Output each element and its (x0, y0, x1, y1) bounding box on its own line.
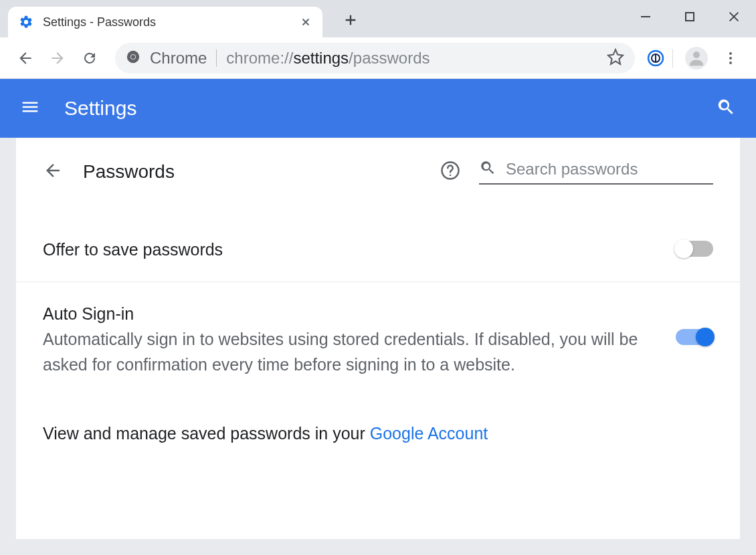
omnibox-url: chrome://settings/passwords (226, 49, 430, 68)
new-tab-button[interactable] (337, 7, 364, 33)
svg-rect-1 (686, 13, 694, 21)
setting-auto-signin: Auto Sign-in Automatically sign in to we… (16, 282, 740, 397)
google-account-link[interactable]: Google Account (370, 424, 488, 443)
setting-description: Automatically sign in to websites using … (43, 327, 656, 377)
back-button[interactable] (12, 45, 39, 72)
bookmark-star-icon[interactable] (607, 48, 624, 68)
omnibox-label: Chrome (150, 49, 207, 68)
back-arrow-icon[interactable] (43, 160, 63, 183)
search-icon (479, 159, 496, 179)
browser-toolbar: Chrome chrome://settings/passwords (0, 37, 756, 79)
search-icon[interactable] (716, 97, 736, 120)
manage-passwords-link-row: View and manage saved passwords in your … (16, 397, 740, 463)
setting-offer-save: Offer to save passwords (16, 198, 740, 282)
browser-tab[interactable]: Settings - Passwords (8, 7, 322, 37)
svg-point-13 (450, 175, 452, 177)
kebab-menu-icon[interactable] (717, 45, 744, 72)
hamburger-menu-icon[interactable] (20, 97, 40, 120)
address-bar[interactable]: Chrome chrome://settings/passwords (115, 43, 635, 74)
toggle-auto-signin[interactable] (676, 329, 713, 345)
svg-point-9 (729, 52, 732, 55)
maximize-button[interactable] (668, 0, 712, 33)
settings-content: Passwords Offer to save passwords Auto S… (16, 138, 740, 539)
forward-button[interactable] (44, 45, 71, 72)
divider (216, 49, 217, 67)
settings-header: Settings (0, 79, 756, 138)
divider (672, 49, 673, 68)
gear-icon (19, 15, 33, 29)
tab-strip: Settings - Passwords (0, 0, 756, 37)
toggle-knob (696, 328, 715, 346)
page-title: Passwords (83, 161, 175, 183)
svg-rect-7 (655, 55, 656, 62)
toggle-knob (674, 239, 693, 258)
chrome-icon (126, 49, 140, 67)
svg-point-8 (693, 51, 700, 58)
setting-label: Auto Sign-in (43, 302, 656, 326)
window-controls (624, 0, 756, 33)
setting-label: Offer to save passwords (43, 238, 656, 261)
toggle-offer-save[interactable] (676, 241, 713, 257)
settings-header-title: Settings (64, 97, 136, 120)
link-prefix-text: View and manage saved passwords in your (43, 424, 370, 443)
extension-icon[interactable] (647, 49, 664, 67)
page-header: Passwords (16, 138, 740, 198)
help-icon[interactable] (440, 160, 460, 183)
close-window-button[interactable] (712, 0, 756, 33)
password-search-box[interactable] (479, 159, 713, 185)
reload-button[interactable] (76, 45, 103, 72)
svg-point-4 (131, 54, 135, 58)
svg-point-10 (729, 57, 732, 60)
profile-avatar[interactable] (685, 47, 708, 70)
tab-title: Settings - Passwords (43, 15, 290, 29)
password-search-input[interactable] (506, 160, 713, 179)
minimize-button[interactable] (624, 0, 668, 33)
close-icon[interactable] (300, 16, 312, 28)
svg-point-11 (729, 62, 732, 64)
